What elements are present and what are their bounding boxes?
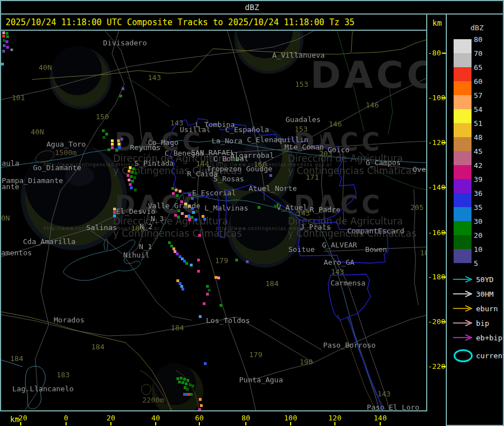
route-number-label: 144 (196, 160, 209, 167)
bottom-axis-tick-label: 60 (195, 414, 204, 422)
dbz-scale-label: 48 (474, 133, 491, 142)
place-label: Punta_Agua (239, 376, 283, 383)
route-number-label: 143 (148, 74, 161, 81)
place-label: Los_Toldos (206, 317, 250, 324)
dbz-scale-block (454, 109, 472, 123)
route-number-label: 0N (1, 214, 10, 222)
dbz-scale-label: 36 (474, 189, 491, 198)
route-number-label: 184 (265, 280, 278, 287)
dbz-scale-block (454, 165, 472, 179)
arrow-icon (452, 319, 474, 327)
radar-echo-pixel (206, 285, 209, 288)
radar-echo-pixel (134, 189, 137, 191)
place-label: Agua_Toro (46, 141, 86, 148)
radar-echo-pixel (2, 50, 5, 53)
bottom-axis-tick-mark (334, 422, 335, 425)
right-axis-tick-label: -80 (428, 49, 441, 57)
bottom-axis-tick-label: 0 (64, 414, 68, 422)
title-bar: dBZ (0, 0, 504, 15)
route-number-label: 179 (215, 257, 228, 264)
dbz-scale-label: 65 (474, 63, 491, 72)
radar-echo-pixel (192, 211, 195, 214)
route-number-label: 146 (329, 120, 342, 128)
place-label: Lag.Llancanelo (12, 385, 74, 392)
dbz-scale-block (454, 249, 472, 263)
radar-echo-pixel (191, 197, 194, 200)
radar-echo-pixel (217, 277, 220, 279)
bottom-axis-tick-label: 40 (151, 414, 160, 422)
arrow-label: 30HM (476, 290, 493, 298)
route-number-label: 184 (91, 343, 104, 350)
place-label: Reyunos (130, 144, 161, 151)
route-number-label: 171 (306, 174, 319, 181)
radar-echo-pixel (172, 192, 175, 195)
dbz-scale-label: 39 (474, 175, 491, 184)
right-axis-tick-mark (442, 97, 446, 99)
watermark-dacc-text: DACC (310, 54, 427, 97)
page-title: dBZ (245, 3, 259, 12)
place-label: Valle_Grande (148, 202, 200, 209)
radar-echo-pixel (134, 172, 137, 175)
radar-echo-pixel (198, 408, 201, 411)
radar-echo-pixel (111, 146, 114, 149)
arrow-icon (452, 275, 474, 283)
dbz-scale-block (454, 235, 472, 249)
radar-echo-pixel (128, 170, 130, 172)
radar-echo-pixel (208, 289, 211, 292)
radar-echo-pixel (102, 136, 105, 139)
radar-display-window: { "header": { "title": "dBZ" }, "status_… (0, 0, 504, 426)
radar-echo-pixel (190, 393, 193, 396)
radar-echo-pixel (203, 218, 206, 221)
place-label: Salinas (86, 224, 117, 231)
place-label: Usillal (180, 126, 211, 133)
radar-echo-pixel (115, 149, 118, 152)
radar-echo-pixel (111, 139, 114, 142)
bottom-axis-tick-mark (110, 422, 111, 425)
bottom-axis-tick-label: 80 (241, 414, 250, 422)
radar-echo-pixel (130, 175, 133, 178)
place-label: Bowen (365, 246, 387, 253)
route-number-label: 101 (12, 94, 25, 101)
place-label: L_Malvinas (204, 204, 248, 212)
place-label: N_1 (139, 243, 152, 250)
route-number-label: 150 (96, 113, 109, 120)
radar-echo-pixel (192, 385, 194, 387)
right-axis-tick-mark (442, 366, 446, 367)
dbz-scale-label: 51 (474, 119, 491, 128)
place-label: Carmensa (330, 279, 366, 287)
radar-echo-pixel (181, 288, 184, 291)
radar-echo-pixel (180, 377, 183, 380)
route-number-label: 205 (410, 204, 423, 211)
arrow-label: eb+bip (476, 334, 502, 342)
place-label: J_Prats (300, 223, 331, 231)
place-label: Go_Diamante (33, 164, 81, 171)
radar-echo-pixel (186, 379, 189, 382)
radar-echo-pixel (186, 388, 189, 391)
radar-echo-pixel (6, 40, 8, 43)
radar-echo-pixel (3, 44, 6, 47)
current-ellipse-icon (454, 349, 473, 362)
right-axis-tick-mark (442, 321, 446, 322)
radar-echo-pixel (102, 129, 105, 132)
radar-echo-pixel (199, 398, 202, 401)
place-label: Paso_El_Loro (367, 404, 419, 411)
route-number-label: 183 (57, 371, 69, 378)
place-label: CompantEscard (347, 227, 404, 235)
radar-echo-pixel (198, 234, 201, 237)
place-label: A_Villanueva (272, 52, 325, 59)
place-label: El_Desvio (116, 208, 155, 215)
bottom-axis-tick-mark (380, 422, 381, 425)
radar-map-canvas[interactable]: DACCDACCDACCDACCDACCDirección de Agricul… (0, 31, 427, 411)
dbz-scale-block (454, 179, 472, 193)
radar-echo-pixel (190, 264, 193, 266)
elevation-label: 1500m (55, 149, 77, 156)
place-label: C_Española (225, 126, 269, 133)
dbz-scale-label: 10 (474, 245, 491, 254)
route-number-label: 143 (377, 390, 390, 397)
radar-echo-pixel (246, 260, 249, 263)
radar-echo-pixel (6, 35, 9, 38)
bottom-axis-tick-mark (290, 422, 291, 425)
radar-echo-pixel (185, 262, 188, 265)
radar-echo-pixel (269, 174, 272, 177)
place-label: G_Campos (366, 159, 401, 166)
